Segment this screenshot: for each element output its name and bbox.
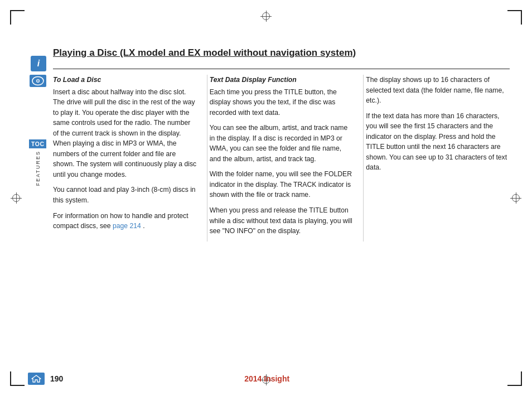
reg-mark-right [512, 194, 520, 202]
col1-para3: For information on how to handle and pro… [53, 211, 197, 231]
reg-mark-left [12, 194, 20, 202]
column-3: The display shows up to 16 characters of… [364, 75, 510, 242]
col3-para1: The display shows up to 16 characters of… [366, 75, 510, 106]
corner-mark-tr [507, 10, 522, 25]
reg-mark-top [262, 12, 270, 20]
column-2: Text Data Display Function Each time you… [207, 75, 364, 242]
svg-point-2 [37, 80, 38, 81]
corner-mark-tl [10, 10, 25, 25]
corner-mark-bl [10, 371, 25, 386]
svg-marker-3 [32, 375, 41, 382]
col2-title: Text Data Display Function [210, 75, 354, 85]
col3-para2: If the text data has more than 16 charac… [366, 111, 510, 173]
home-icon[interactable] [28, 373, 45, 385]
toc-label: TOC [29, 139, 46, 148]
col1-para2: You cannot load and play 3-inch (8-cm) d… [53, 185, 197, 205]
content-columns: To Load a Disc Insert a disc about halfw… [53, 75, 510, 242]
cd-svg [31, 76, 45, 86]
footer-left: 190 [28, 373, 63, 385]
title-divider [53, 69, 510, 69]
col1-para1: Insert a disc about halfway into the dis… [53, 87, 197, 180]
cd-icon [30, 75, 46, 87]
features-label: Features [35, 151, 41, 186]
col2-para1: Each time you press the TITLE button, th… [210, 87, 354, 118]
main-content: Playing a Disc (LX model and EX model wi… [53, 47, 510, 363]
info-icon-box: i [31, 56, 46, 71]
col2-para2: You can see the album, artist, and track… [210, 123, 354, 164]
page: i TOC Features Playing a Disc (LX model … [0, 0, 532, 396]
col1-title: To Load a Disc [53, 75, 197, 85]
home-svg [31, 375, 41, 383]
col2-para3: With the folder name, you will see the F… [210, 169, 354, 200]
cd-icon-box [30, 75, 46, 87]
page-number: 190 [50, 374, 63, 383]
info-icon: i [31, 56, 46, 71]
page-214-link[interactable]: page 214 [113, 222, 141, 230]
page-title: Playing a Disc (LX model and EX model wi… [53, 47, 510, 61]
corner-mark-br [507, 371, 522, 386]
footer: 190 2014 Insight [28, 373, 504, 385]
footer-center-text: 2014 Insight [244, 374, 289, 383]
col2-para4: When you press and release the TITLE but… [210, 205, 354, 236]
toc-tab[interactable]: TOC Features [29, 139, 46, 186]
column-1: To Load a Disc Insert a disc about halfw… [53, 75, 207, 242]
